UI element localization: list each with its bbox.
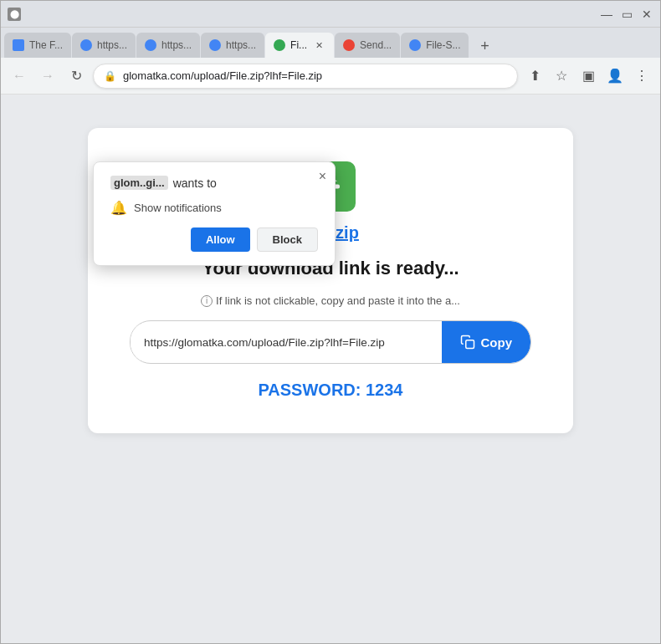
tab-label-3: https...	[161, 39, 192, 51]
url-row: Copy link ↓ https://glomatka.com/upload/…	[130, 320, 531, 364]
title-bar: ⬤ — ▭ ✕	[1, 1, 660, 28]
title-bar-left: ⬤	[8, 8, 21, 21]
page-content: OK File.zip Your download link is ready.…	[1, 95, 660, 643]
copy-button[interactable]: Copy	[442, 321, 531, 363]
tab-1[interactable]: The F...	[4, 33, 71, 58]
menu-icon[interactable]: ⋮	[630, 64, 653, 88]
tab-label-5: Fi...	[290, 39, 307, 51]
new-tab-button[interactable]: +	[473, 34, 496, 58]
browser-frame: ⬤ — ▭ ✕ The F... https... https... https…	[0, 0, 661, 644]
tab-4[interactable]: https...	[201, 33, 264, 58]
restore-icon[interactable]: ▭	[620, 8, 633, 21]
info-icon: i	[201, 295, 213, 307]
tab-label-6: Send...	[360, 39, 392, 51]
address-text: glomatka.com/upload/File.zip?lhf=File.zi…	[123, 69, 507, 82]
toolbar-icons: ⬆ ☆ ▣ 👤 ⋮	[523, 64, 653, 88]
tab-5-active[interactable]: Fi... ✕	[265, 33, 334, 58]
browser-logo: ⬤	[8, 8, 21, 21]
notif-close-button[interactable]: ×	[319, 169, 326, 184]
profile-icon[interactable]: 👤	[603, 64, 627, 88]
lock-icon: 🔒	[104, 70, 116, 82]
tab-label-2: https...	[97, 39, 127, 51]
hint-text: i If link is not clickable, copy and pas…	[130, 294, 531, 307]
tab-label-7: File-S...	[426, 39, 460, 51]
tab-label-4: https...	[226, 39, 256, 51]
notif-wants-text: wants to	[173, 176, 217, 190]
sidebar-icon[interactable]: ▣	[576, 64, 600, 88]
tab-favicon-3	[145, 39, 156, 51]
bell-icon: 🔔	[110, 200, 127, 216]
tab-favicon-4	[209, 39, 221, 51]
tab-7[interactable]: File-S...	[401, 33, 469, 58]
forward-button[interactable]: →	[36, 64, 59, 88]
tab-2[interactable]: https...	[72, 33, 136, 58]
copy-icon	[460, 335, 475, 350]
url-display: https://glomatka.com/upload/File.zip?lhf…	[131, 325, 442, 360]
tab-bar: The F... https... https... https... Fi..…	[1, 28, 660, 58]
notif-permission: 🔔 Show notifications	[110, 200, 318, 216]
tab-label-1: The F...	[29, 39, 63, 51]
password-display: PASSWORD: 1234	[130, 381, 531, 400]
bookmark-icon[interactable]: ☆	[550, 64, 573, 88]
notif-permission-label: Show notifications	[134, 202, 222, 214]
close-icon[interactable]: ✕	[640, 8, 653, 21]
notif-site: glom..gi...	[110, 176, 168, 190]
tab-favicon-6	[343, 39, 355, 51]
tab-6[interactable]: Send...	[335, 33, 400, 58]
hint-label: If link is not clickable, copy and paste…	[216, 294, 460, 307]
notif-buttons: Allow Block	[110, 227, 318, 252]
tab-favicon-5	[274, 39, 285, 51]
reload-button[interactable]: ↻	[64, 64, 88, 88]
tab-3[interactable]: https...	[136, 33, 200, 58]
back-button[interactable]: ←	[8, 64, 31, 88]
tab-favicon-2	[80, 39, 92, 51]
tab-favicon-1	[13, 39, 24, 51]
notification-popup: × glom..gi... wants to 🔔 Show notificati…	[93, 161, 336, 266]
allow-button[interactable]: Allow	[191, 227, 250, 252]
minimize-icon[interactable]: —	[600, 8, 613, 21]
tab-favicon-7	[409, 39, 421, 51]
address-bar[interactable]: 🔒 glomatka.com/upload/File.zip?lhf=File.…	[93, 64, 518, 89]
svg-rect-3	[465, 340, 474, 349]
block-button[interactable]: Block	[257, 227, 318, 252]
notif-wants: glom..gi... wants to	[110, 176, 318, 190]
copy-btn-label: Copy	[481, 335, 513, 350]
tab-close-5[interactable]: ✕	[312, 38, 325, 52]
share-icon[interactable]: ⬆	[523, 64, 546, 88]
title-bar-controls: — ▭ ✕	[600, 8, 653, 21]
address-bar-row: ← → ↻ 🔒 glomatka.com/upload/File.zip?lhf…	[1, 58, 660, 95]
